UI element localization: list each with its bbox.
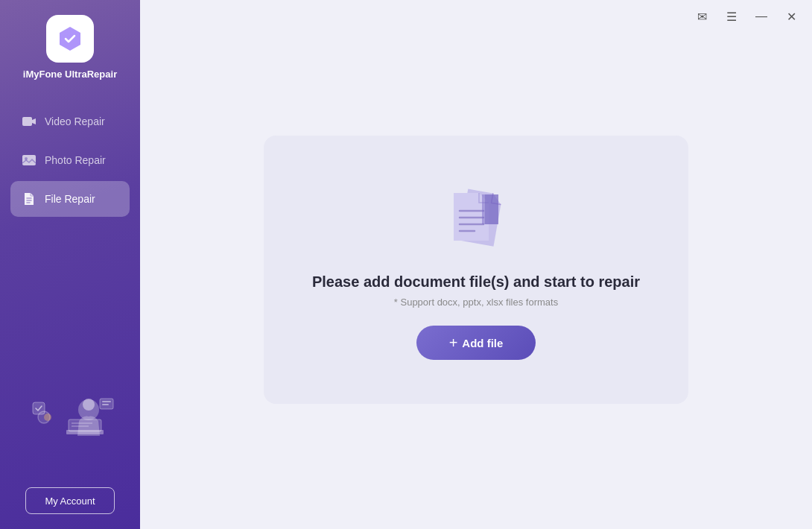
svg-point-7 [83,399,95,411]
account-button[interactable]: My Account [25,487,115,514]
sidebar-item-file-repair[interactable]: File Repair [10,181,130,217]
sidebar-decoration [0,373,140,469]
svg-point-13 [44,414,51,421]
sidebar-item-video-repair-label: Video Repair [45,115,105,127]
app-container: ✉ ☰ — ✕ [0,0,812,529]
sidebar-item-file-repair-label: File Repair [45,193,95,205]
mail-button[interactable]: ✉ [690,4,714,28]
title-bar: ✉ ☰ — ✕ [690,0,812,33]
logo-area: iMyFone UltraRepair [23,15,117,81]
photo-repair-icon [21,152,37,168]
close-icon: ✕ [787,10,796,24]
app-logo [46,15,94,63]
main-content: Please add document file(s) and start to… [140,0,812,529]
file-illustration [439,180,513,254]
drop-zone: Please add document file(s) and start to… [264,136,688,404]
svg-rect-17 [102,404,109,405]
svg-rect-0 [22,117,32,126]
video-repair-icon [21,113,37,130]
minimize-button[interactable]: — [749,4,773,28]
svg-rect-16 [102,401,111,402]
sidebar-item-photo-repair-label: Photo Repair [45,154,106,166]
menu-button[interactable]: ☰ [720,4,743,28]
menu-icon: ☰ [726,10,737,24]
sidebar-item-photo-repair[interactable]: Photo Repair [10,142,130,178]
sidebar-item-video-repair[interactable]: Video Repair [10,104,130,139]
drop-zone-subtitle: * Support docx, pptx, xlsx files formats [394,297,558,308]
file-repair-icon [21,191,37,207]
mail-icon: ✉ [697,10,707,24]
svg-rect-1 [22,155,36,165]
svg-rect-9 [69,419,101,431]
account-button-label: My Account [45,495,95,507]
close-button[interactable]: ✕ [779,4,803,28]
svg-rect-14 [33,402,45,414]
app-title: iMyFone UltraRepair [23,69,117,81]
drop-zone-title: Please add document file(s) and start to… [312,273,640,291]
sidebar: iMyFone UltraRepair Video Repair Photo R… [0,0,140,529]
add-file-label: Add file [462,337,503,349]
add-file-button[interactable]: + Add file [416,326,536,360]
plus-icon: + [449,335,458,350]
minimize-icon: — [755,10,767,23]
